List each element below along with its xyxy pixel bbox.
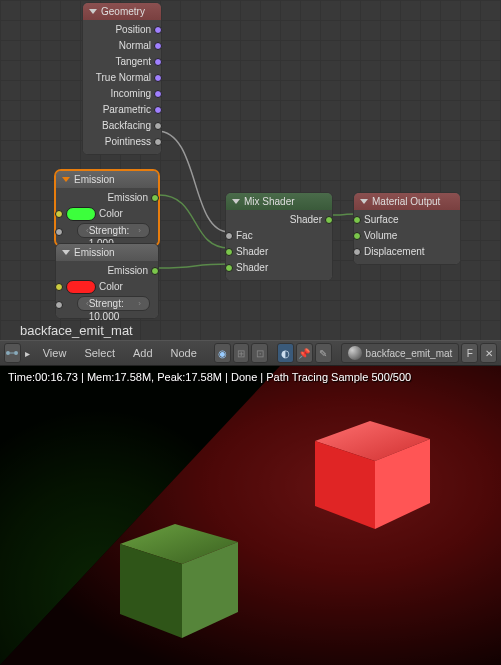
node-header[interactable]: Geometry	[83, 3, 161, 20]
strength-field[interactable]: ‹Strengt: 10.000›	[77, 296, 150, 311]
socket-true-normal[interactable]	[154, 74, 162, 82]
socket-pointiness[interactable]	[154, 138, 162, 146]
rendered-image	[0, 366, 501, 665]
render-view[interactable]: Time:00:16.73 | Mem:17.58M, Peak:17.58M …	[0, 366, 501, 665]
node-emission-1[interactable]: Emission Emission Color ‹Strength: 1.000…	[55, 170, 159, 246]
use-nodes-icon[interactable]: ◐	[277, 343, 294, 363]
expand-icon[interactable]: ▸	[23, 343, 33, 363]
material-preview-icon	[348, 346, 362, 360]
pin-icon[interactable]: 📌	[296, 343, 313, 363]
node-emission-2[interactable]: Emission Emission Color ‹Strengt: 10.000…	[55, 243, 159, 319]
socket-emission-out[interactable]	[151, 194, 159, 202]
backdrop-icon[interactable]: ✎	[315, 343, 332, 363]
material-selector[interactable]: backface_emit_mat	[341, 343, 460, 363]
socket-fac[interactable]	[225, 232, 233, 240]
node-geometry[interactable]: Geometry Position Normal Tangent True No…	[82, 2, 162, 155]
color-swatch[interactable]	[66, 207, 96, 221]
menu-select[interactable]: Select	[76, 347, 123, 359]
socket-displacement[interactable]	[353, 248, 361, 256]
fake-user-button[interactable]: F	[461, 343, 478, 363]
socket-shader-2[interactable]	[225, 264, 233, 272]
socket-color[interactable]	[55, 210, 63, 218]
node-editor[interactable]: Geometry Position Normal Tangent True No…	[0, 0, 501, 340]
strength-field[interactable]: ‹Strength: 1.000›	[77, 223, 150, 238]
socket-volume[interactable]	[353, 232, 361, 240]
shader-type-world-icon[interactable]: ⊞	[233, 343, 250, 363]
socket-shader-1[interactable]	[225, 248, 233, 256]
socket-incoming[interactable]	[154, 90, 162, 98]
socket-strength[interactable]	[55, 228, 63, 236]
unlink-button[interactable]: ✕	[480, 343, 497, 363]
node-editor-header: ▸ View Select Add Node ◉ ⊞ ⊡ ◐ 📌 ✎ backf…	[0, 340, 501, 366]
svg-point-1	[14, 351, 18, 355]
node-mix-shader[interactable]: Mix Shader Shader Fac Shader Shader	[225, 192, 333, 281]
color-swatch[interactable]	[66, 280, 96, 294]
socket-emission-out[interactable]	[151, 267, 159, 275]
node-header[interactable]: Material Output	[354, 193, 460, 210]
socket-normal[interactable]	[154, 42, 162, 50]
node-header[interactable]: Emission	[56, 244, 158, 261]
socket-color[interactable]	[55, 283, 63, 291]
menu-node[interactable]: Node	[163, 347, 205, 359]
material-name: backface_emit_mat	[366, 348, 453, 359]
editor-type-selector[interactable]	[4, 343, 21, 363]
svg-point-0	[6, 351, 10, 355]
socket-position[interactable]	[154, 26, 162, 34]
node-header[interactable]: Emission	[56, 171, 158, 188]
menu-view[interactable]: View	[35, 347, 75, 359]
socket-shader-out[interactable]	[325, 216, 333, 224]
shader-type-object-icon[interactable]: ◉	[214, 343, 231, 363]
node-header[interactable]: Mix Shader	[226, 193, 332, 210]
svg-rect-5	[0, 366, 501, 665]
socket-backfacing[interactable]	[154, 122, 162, 130]
render-stats: Time:00:16.73 | Mem:17.58M, Peak:17.58M …	[8, 371, 411, 383]
socket-tangent[interactable]	[154, 58, 162, 66]
socket-surface[interactable]	[353, 216, 361, 224]
menu-add[interactable]: Add	[125, 347, 161, 359]
socket-parametric[interactable]	[154, 106, 162, 114]
node-material-output[interactable]: Material Output Surface Volume Displacem…	[353, 192, 461, 265]
material-label: backface_emit_mat	[20, 323, 133, 338]
socket-strength[interactable]	[55, 301, 63, 309]
shader-type-line-icon[interactable]: ⊡	[251, 343, 268, 363]
